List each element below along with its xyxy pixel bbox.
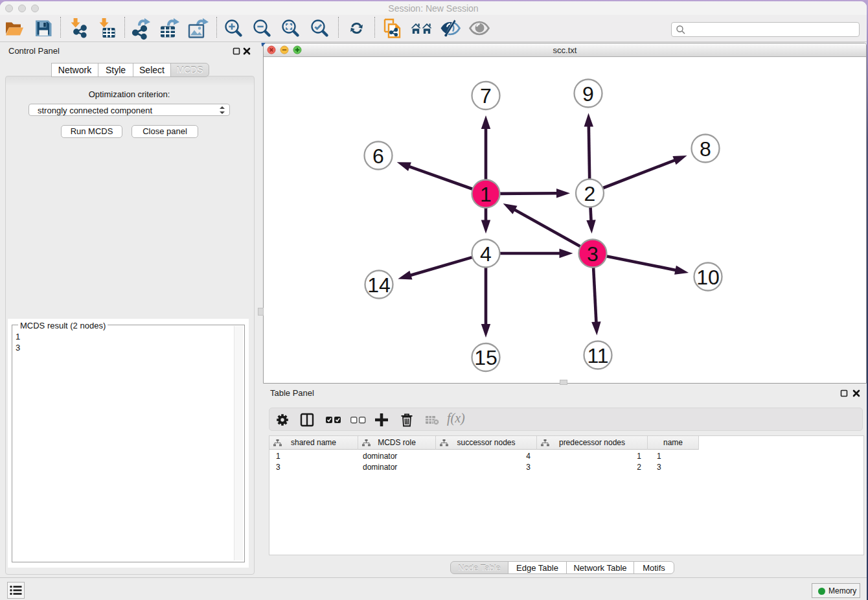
svg-text:6: 6 — [372, 144, 384, 168]
svg-text:2: 2 — [584, 182, 596, 205]
svg-text:7: 7 — [480, 84, 492, 108]
svg-text:15: 15 — [474, 346, 497, 369]
svg-text:3: 3 — [587, 242, 599, 266]
svg-text:9: 9 — [582, 82, 594, 106]
svg-text:8: 8 — [700, 137, 711, 161]
svg-text:4: 4 — [480, 242, 492, 266]
svg-text:1: 1 — [480, 183, 492, 206]
svg-text:11: 11 — [587, 344, 608, 367]
svg-text:14: 14 — [367, 273, 391, 297]
svg-text:10: 10 — [696, 266, 720, 289]
